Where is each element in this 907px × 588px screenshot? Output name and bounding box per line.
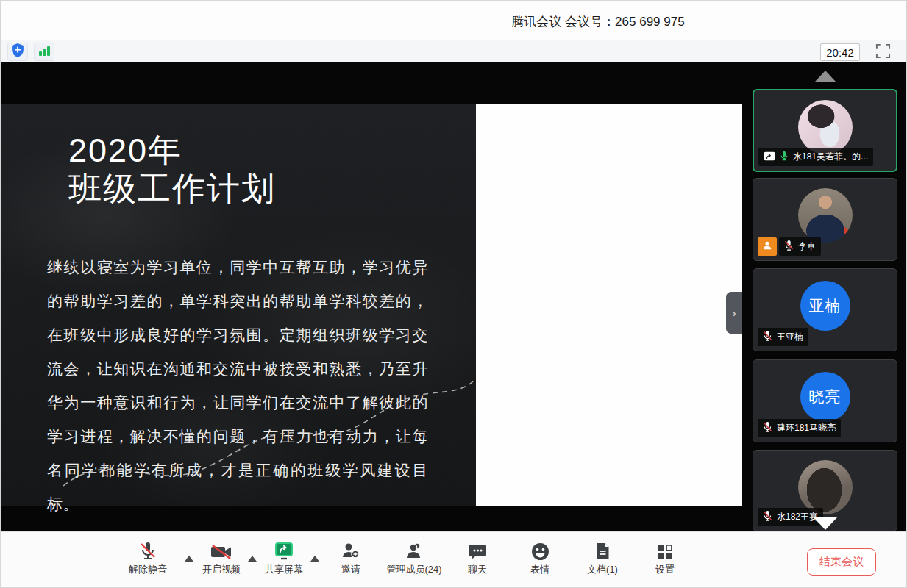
document-icon bbox=[573, 539, 632, 561]
participant-name: 李卓 bbox=[798, 240, 816, 253]
status-toolbar: 20:42 bbox=[1, 40, 907, 62]
fullscreen-button[interactable] bbox=[873, 43, 892, 61]
avatar-initials: 亚楠 bbox=[800, 281, 850, 331]
unmute-button[interactable]: 解除静音 bbox=[118, 539, 177, 576]
screen-share-indicator-icon bbox=[764, 151, 775, 163]
camera-off-icon bbox=[192, 539, 251, 561]
participant-label: 王亚楠 bbox=[758, 328, 808, 346]
signal-bars-icon bbox=[38, 44, 51, 60]
end-meeting-button[interactable]: 结束会议 bbox=[807, 548, 876, 576]
share-options-arrow[interactable] bbox=[310, 556, 319, 562]
mic-muted-icon bbox=[784, 240, 794, 254]
meeting-window: 腾讯会议 会议号：265 699 975 20:42 2 bbox=[0, 0, 907, 588]
share-screen-label: 共享屏幕 bbox=[255, 563, 313, 576]
mic-on-icon bbox=[780, 150, 789, 164]
docs-button[interactable]: 文档(1) bbox=[573, 539, 632, 576]
meeting-duration: 20:42 bbox=[820, 43, 860, 61]
mic-muted-icon bbox=[763, 330, 772, 344]
host-badge bbox=[758, 237, 777, 256]
chat-button[interactable]: 聊天 bbox=[448, 539, 507, 576]
chevron-right-icon: › bbox=[733, 306, 736, 319]
manage-members-label: 管理成员(24) bbox=[374, 563, 455, 576]
start-video-label: 开启视频 bbox=[192, 563, 251, 576]
share-screen-icon bbox=[255, 539, 313, 561]
participants-scroll-up-arrow[interactable] bbox=[815, 71, 836, 82]
mic-muted-icon bbox=[763, 510, 772, 524]
docs-label: 文档(1) bbox=[573, 563, 632, 576]
settings-grid-icon bbox=[636, 539, 694, 561]
shield-plus-icon bbox=[10, 43, 25, 61]
avatar-initials: 晓亮 bbox=[800, 372, 850, 422]
participant-label: 建环181马晓亮 bbox=[758, 419, 841, 437]
participant-name: 水181吴若菲。的... bbox=[793, 151, 868, 163]
network-signal-button[interactable] bbox=[34, 43, 54, 61]
mic-muted-large-icon bbox=[118, 539, 177, 561]
unmute-label: 解除静音 bbox=[118, 563, 177, 576]
share-screen-button[interactable]: 共享屏幕 bbox=[255, 539, 313, 576]
emoji-button[interactable]: 表情 bbox=[511, 539, 569, 576]
shared-screen: 2020年 班级工作计划 继续以寝室为学习单位，同学中互帮互助，学习优异的帮助学… bbox=[1, 104, 742, 506]
participant-name: 建环181马晓亮 bbox=[777, 422, 836, 434]
host-person-icon bbox=[762, 240, 772, 254]
participant-label: 水181吴若菲。的... bbox=[758, 148, 873, 166]
participant-name: 王亚楠 bbox=[777, 331, 803, 343]
title-bar: 腾讯会议 会议号：265 699 975 bbox=[1, 1, 907, 40]
participant-name: 水182王宴 bbox=[777, 511, 818, 523]
smiley-icon bbox=[511, 539, 569, 561]
slide-white-panel bbox=[476, 104, 742, 506]
avatar bbox=[798, 100, 853, 154]
invite-button[interactable]: 邀请 bbox=[321, 539, 380, 576]
participants-scroll-down-arrow[interactable] bbox=[814, 517, 837, 530]
start-video-button[interactable]: 开启视频 bbox=[192, 539, 251, 576]
invite-label: 邀请 bbox=[321, 563, 380, 576]
participant-label: 李卓 bbox=[779, 237, 821, 256]
avatar bbox=[798, 188, 853, 243]
chat-label: 聊天 bbox=[448, 563, 507, 576]
decorative-dashed-wave bbox=[1, 104, 476, 506]
manage-members-button[interactable]: 管理成员(24) bbox=[374, 539, 455, 576]
participant-tile[interactable]: 亚楠 王亚楠 bbox=[753, 268, 897, 351]
participant-tile[interactable]: 晓亮 建环181马晓亮 bbox=[753, 359, 897, 442]
invite-person-icon bbox=[321, 539, 380, 561]
security-shield-button[interactable] bbox=[7, 43, 28, 61]
mic-muted-icon bbox=[763, 421, 772, 435]
control-dock: 解除静音 开启视频 共享屏幕 邀请 管理成员(24 bbox=[1, 531, 907, 588]
participant-tile[interactable]: 水181吴若菲。的... bbox=[753, 89, 897, 172]
settings-label: 设置 bbox=[636, 563, 694, 576]
emoji-label: 表情 bbox=[511, 563, 569, 576]
duration-value: 20:42 bbox=[826, 46, 854, 59]
main-stage: 2020年 班级工作计划 继续以寝室为学习单位，同学中互帮互助，学习优异的帮助学… bbox=[1, 62, 907, 531]
members-icon bbox=[374, 539, 455, 561]
settings-button[interactable]: 设置 bbox=[636, 539, 694, 576]
avatar bbox=[798, 460, 853, 514]
participant-tile[interactable]: 李卓 bbox=[753, 178, 897, 261]
sidebar-collapse-handle[interactable]: › bbox=[726, 292, 742, 334]
slide-chalkboard: 2020年 班级工作计划 继续以寝室为学习单位，同学中互帮互助，学习优异的帮助学… bbox=[1, 104, 476, 506]
chat-bubble-icon bbox=[448, 539, 507, 561]
meeting-title: 腾讯会议 会议号：265 699 975 bbox=[511, 13, 684, 30]
fullscreen-icon bbox=[875, 43, 891, 61]
